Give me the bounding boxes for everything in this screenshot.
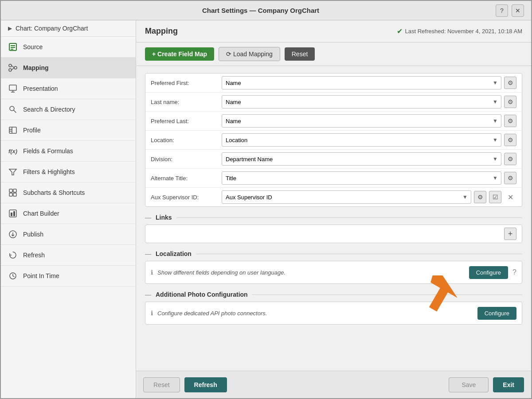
- sidebar-item-label-chart-builder: Chart Builder: [23, 210, 59, 217]
- aux-supervisor-gear-button[interactable]: ⚙: [474, 191, 486, 203]
- aux-supervisor-remove-button[interactable]: ✕: [504, 191, 516, 203]
- bottom-save-button[interactable]: Save: [449, 377, 489, 392]
- filters-icon: [8, 167, 18, 177]
- sidebar-item-label-mapping: Mapping: [23, 64, 49, 71]
- sidebar-item-source[interactable]: Source: [1, 37, 136, 58]
- sidebar-item-mapping[interactable]: Mapping: [1, 58, 136, 78]
- sidebar-item-label-presentation: Presentation: [23, 85, 58, 92]
- sidebar-item-presentation[interactable]: Presentation: [1, 78, 136, 99]
- mapping-select-wrap: Name ▼ ⚙: [222, 114, 516, 128]
- localization-help-icon[interactable]: ?: [512, 268, 516, 276]
- select-wrapper: Name ▼: [222, 95, 501, 108]
- localization-configure-button[interactable]: Configure: [469, 266, 508, 279]
- division-gear-button[interactable]: ⚙: [504, 153, 516, 165]
- svg-rect-3: [11, 49, 13, 50]
- sidebar-item-fields-formulas[interactable]: f(x) Fields & Formulas: [1, 141, 136, 162]
- table-row: Aux Supervisor ID: Aux Supervisor ID ▼ ⚙…: [145, 188, 522, 206]
- select-wrapper: Name ▼: [222, 114, 501, 128]
- mapping-select-wrap: Aux Supervisor ID ▼ ⚙ ☑ ✕: [222, 190, 516, 204]
- content-scroll: Preferred First: Name ▼ ⚙: [136, 66, 531, 371]
- alternate-title-select[interactable]: Title: [222, 171, 501, 185]
- svg-rect-1: [11, 45, 15, 46]
- point-in-time-icon: [8, 271, 18, 281]
- chart-builder-icon: [8, 209, 18, 218]
- table-row: Division: Department Name ▼ ⚙: [145, 150, 522, 169]
- additional-photo-section-title: Additional Photo Configuration: [156, 291, 248, 298]
- publish-icon: [8, 229, 18, 239]
- sidebar-item-point-in-time[interactable]: Point In Time: [1, 266, 136, 287]
- mapping-label-preferred-first: Preferred First:: [151, 80, 222, 86]
- table-row: Last name: Name ▼ ⚙: [145, 93, 522, 112]
- svg-rect-23: [9, 210, 16, 217]
- add-link-button[interactable]: +: [504, 228, 516, 240]
- sidebar-chart-label: Chart: Company OrgChart: [16, 25, 88, 32]
- dash-icon: —: [145, 214, 151, 221]
- links-section-header: — Links: [145, 214, 522, 221]
- close-button[interactable]: ✕: [512, 4, 524, 17]
- localization-section-title: Localization: [156, 250, 192, 257]
- sidebar-item-label-publish: Publish: [23, 231, 43, 238]
- preferred-first-select[interactable]: Name: [222, 76, 501, 89]
- bottom-exit-button[interactable]: Exit: [493, 377, 524, 392]
- links-box: +: [145, 225, 522, 243]
- mapping-icon: [8, 63, 18, 73]
- links-section-title: Links: [156, 214, 172, 221]
- sidebar-chart-item[interactable]: ▶ Chart: Company OrgChart: [1, 20, 136, 37]
- sidebar-item-filters-highlights[interactable]: Filters & Highlights: [1, 162, 136, 182]
- location-gear-button[interactable]: ⚙: [504, 134, 516, 146]
- create-field-map-button[interactable]: + Create Field Map: [145, 47, 214, 61]
- reset-top-button[interactable]: Reset: [285, 47, 315, 61]
- sidebar-item-publish[interactable]: Publish: [1, 224, 136, 245]
- info-icon: ℹ: [151, 269, 153, 276]
- sidebar-item-label-refresh: Refresh: [23, 252, 45, 259]
- section-line: [252, 294, 522, 295]
- mapping-select-wrap: Title ▼ ⚙: [222, 171, 516, 185]
- sidebar-item-label-point-in-time: Point In Time: [23, 272, 59, 279]
- content-header: Mapping ✔ Last Refreshed: November 4, 20…: [136, 20, 531, 43]
- mapping-label-location: Location:: [151, 137, 222, 143]
- svg-marker-18: [9, 169, 16, 175]
- sidebar-item-chart-builder[interactable]: Chart Builder: [1, 203, 136, 224]
- svg-rect-20: [13, 189, 16, 192]
- bottom-refresh-button[interactable]: Refresh: [184, 377, 227, 392]
- sidebar-item-label-fields-formulas: Fields & Formulas: [23, 147, 73, 155]
- additional-photo-configure-button[interactable]: Configure: [477, 307, 516, 320]
- division-select[interactable]: Department Name: [222, 152, 501, 166]
- sidebar-item-label-subcharts-shortcuts: Subcharts & Shortcuts: [23, 189, 85, 196]
- select-wrapper: Title ▼: [222, 171, 501, 185]
- content-title: Mapping: [145, 27, 178, 36]
- section-line: [176, 217, 522, 218]
- bottom-reset-button[interactable]: Reset: [143, 377, 180, 392]
- help-button[interactable]: ?: [496, 4, 508, 17]
- sidebar-item-label-source: Source: [23, 43, 43, 50]
- last-refreshed-info: ✔ Last Refreshed: November 4, 2021, 10:1…: [397, 27, 523, 35]
- sidebar-item-label-search-directory: Search & Directory: [23, 106, 75, 113]
- mapping-label-aux-supervisor-id: Aux Supervisor ID:: [151, 194, 222, 201]
- table-row: Location: Location ▼ ⚙: [145, 131, 522, 150]
- chevron-right-icon: ▶: [8, 25, 12, 31]
- location-select[interactable]: Location: [222, 133, 501, 147]
- mapping-label-division: Division:: [151, 156, 222, 163]
- alternate-title-gear-button[interactable]: ⚙: [504, 172, 516, 184]
- sidebar-item-label-filters-highlights: Filters & Highlights: [23, 168, 75, 175]
- preferred-last-select[interactable]: Name: [222, 114, 501, 128]
- last-name-gear-button[interactable]: ⚙: [504, 96, 516, 108]
- content-area: Mapping ✔ Last Refreshed: November 4, 20…: [136, 20, 531, 398]
- load-mapping-button[interactable]: ⟳ Load Mapping: [219, 47, 280, 61]
- last-name-select[interactable]: Name: [222, 95, 501, 108]
- table-row: Preferred First: Name ▼ ⚙: [145, 74, 522, 93]
- subcharts-icon: [8, 188, 18, 198]
- aux-supervisor-id-select[interactable]: Aux Supervisor ID: [222, 190, 471, 204]
- preferred-first-gear-button[interactable]: ⚙: [504, 77, 516, 89]
- mapping-label-alternate-title: Alternate Title:: [151, 175, 222, 182]
- localization-text: Show different fields depending on user …: [157, 269, 465, 276]
- sidebar-item-profile[interactable]: Profile: [1, 120, 136, 141]
- refresh-icon: [8, 250, 18, 260]
- sidebar-item-refresh[interactable]: Refresh: [1, 245, 136, 266]
- info-icon: ℹ: [151, 310, 153, 317]
- sidebar-item-search-directory[interactable]: Search & Directory: [1, 99, 136, 120]
- sidebar-item-subcharts-shortcuts[interactable]: Subcharts & Shortcuts: [1, 182, 136, 203]
- preferred-last-gear-button[interactable]: ⚙: [504, 115, 516, 127]
- aux-supervisor-check-button[interactable]: ☑: [489, 191, 501, 203]
- select-wrapper: Aux Supervisor ID ▼: [222, 190, 471, 204]
